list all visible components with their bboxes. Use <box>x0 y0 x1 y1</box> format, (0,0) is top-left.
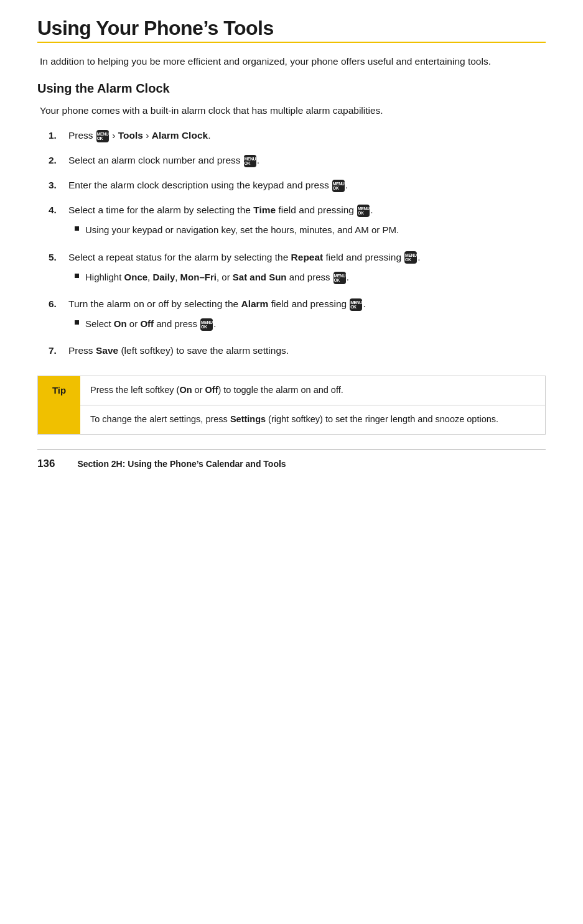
step-6-bullet-1-text: Select On or Off and press MENUOK. <box>85 316 216 331</box>
step-4-text: Select a time for the alarm by selecting… <box>68 203 546 239</box>
menu-icon-5: MENUOK <box>404 251 417 264</box>
footer: 136 Section 2H: Using the Phone’s Calend… <box>37 450 546 470</box>
title-divider <box>37 42 546 43</box>
step-3: 3. Enter the alarm clock description usi… <box>49 178 546 193</box>
page-title: Using Your Phone’s Tools <box>37 17 546 39</box>
section-description: Your phone comes with a built-in alarm c… <box>37 103 546 118</box>
step-1-num: 1. <box>49 128 68 143</box>
footer-section-text: Section 2H: Using the Phone’s Calendar a… <box>77 459 286 469</box>
bullet-icon <box>75 320 79 325</box>
step-3-text: Enter the alarm clock description using … <box>68 178 546 193</box>
bullet-icon <box>75 226 79 231</box>
step-1-text: Press MENUOK › Tools › Alarm Clock. <box>68 128 546 143</box>
tip-row-1: Press the left softkey (On or Off) to to… <box>80 376 545 405</box>
step-6-bullet-1: Select On or Off and press MENUOK. <box>75 316 546 331</box>
menu-icon-4: MENUOK <box>357 205 370 217</box>
tip-label: Tip <box>38 376 80 434</box>
step-4-bullet-1-text: Using your keypad or navigation key, set… <box>85 223 399 237</box>
step-1: 1. Press MENUOK › Tools › Alarm Clock. <box>49 128 546 143</box>
step-6-text: Turn the alarm on or off by selecting th… <box>68 297 546 333</box>
intro-paragraph: In addition to helping you be more effic… <box>37 54 546 69</box>
step-7-text: Press Save (left softkey) to save the al… <box>68 343 546 358</box>
step-2-text: Select an alarm clock number and press M… <box>68 153 546 168</box>
menu-icon-6: MENUOK <box>350 298 362 311</box>
tip-content: Press the left softkey (On or Off) to to… <box>80 376 545 434</box>
menu-icon-1: MENUOK <box>96 130 109 142</box>
step-5-bullet-1-text: Highlight Once, Daily, Mon–Fri, or Sat a… <box>85 270 349 284</box>
step-5: 5. Select a repeat status for the alarm … <box>49 250 546 287</box>
step-6: 6. Turn the alarm on or off by selecting… <box>49 297 546 333</box>
step-5-bullet-1: Highlight Once, Daily, Mon–Fri, or Sat a… <box>75 270 546 284</box>
step-6-num: 6. <box>49 297 68 312</box>
step-4: 4. Select a time for the alarm by select… <box>49 203 546 239</box>
tip-row-2: To change the alert settings, press Sett… <box>80 405 545 434</box>
bullet-icon <box>75 274 79 278</box>
steps-list: 1. Press MENUOK › Tools › Alarm Clock. 2… <box>49 128 546 358</box>
step-4-num: 4. <box>49 203 68 218</box>
step-5-num: 5. <box>49 250 68 265</box>
step-3-num: 3. <box>49 178 68 193</box>
menu-icon-3: MENUOK <box>332 180 345 192</box>
step-7: 7. Press Save (left softkey) to save the… <box>49 343 546 358</box>
step-4-bullets: Using your keypad or navigation key, set… <box>75 223 546 237</box>
menu-icon-2: MENUOK <box>244 155 256 167</box>
step-2-num: 2. <box>49 153 68 168</box>
step-5-text: Select a repeat status for the alarm by … <box>68 250 546 287</box>
footer-page-number: 136 <box>37 458 55 470</box>
step-7-num: 7. <box>49 343 68 358</box>
tip-box: Tip Press the left softkey (On or Off) t… <box>37 376 546 435</box>
menu-icon-6b: MENUOK <box>200 318 213 331</box>
step-5-bullets: Highlight Once, Daily, Mon–Fri, or Sat a… <box>75 270 546 284</box>
step-6-bullets: Select On or Off and press MENUOK. <box>75 316 546 331</box>
step-2: 2. Select an alarm clock number and pres… <box>49 153 546 168</box>
section-title: Using the Alarm Clock <box>37 81 546 96</box>
menu-icon-5b: MENUOK <box>333 272 346 284</box>
step-4-bullet-1: Using your keypad or navigation key, set… <box>75 223 546 237</box>
